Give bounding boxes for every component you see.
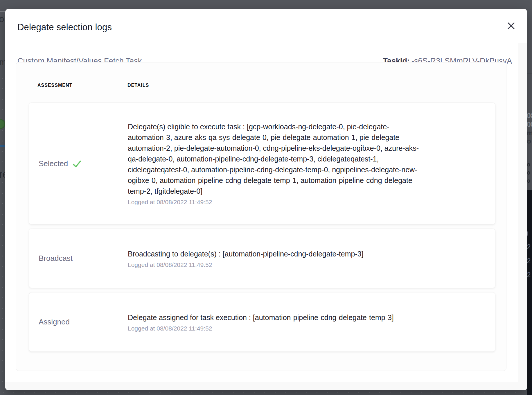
log-message: Broadcasting to delegate(s) : [automatio… xyxy=(128,249,421,259)
assessment-cell: Assigned xyxy=(29,317,128,326)
table-row: Selected Delegate(s) eligible to execute… xyxy=(29,103,495,225)
details-cell: Broadcasting to delegate(s) : [automatio… xyxy=(128,249,495,268)
log-message: Delegate(s) eligible to execute task : [… xyxy=(128,121,421,197)
bg-text-fragment: o xyxy=(527,178,530,184)
bg-text-fragment: o xyxy=(527,170,530,175)
horizontal-scrollbar[interactable] xyxy=(5,382,527,390)
log-timestamp: Logged at 08/08/2022 11:49:52 xyxy=(128,199,468,206)
log-message: Delegate assigned for task execution : [… xyxy=(128,312,421,323)
details-cell: Delegate(s) eligible to execute task : [… xyxy=(128,121,495,206)
bg-text-fragment: o xyxy=(527,161,530,167)
dialog-title: Delegate selection logs xyxy=(17,22,112,33)
bg-divider-line xyxy=(0,11,5,12)
assessment-cell: Selected xyxy=(29,158,128,169)
assessment-label: Broadcast xyxy=(39,254,73,263)
bg-text-fragment: 08 xyxy=(527,121,532,128)
bg-text-fragment: 08 xyxy=(527,112,532,119)
table-row: Assigned Delegate assigned for task exec… xyxy=(29,292,495,352)
vertical-scrollbar[interactable] xyxy=(518,43,527,382)
column-header-details: DETAILS xyxy=(127,83,149,88)
delegate-selection-logs-dialog: Delegate selection logs Custom Manifest/… xyxy=(5,9,527,390)
log-timestamp: Logged at 08/08/2022 11:49:52 xyxy=(128,325,468,332)
bg-text-fragment: 2 xyxy=(527,271,531,278)
bg-console-panel xyxy=(527,190,532,395)
bg-text-fragment: o xyxy=(527,138,531,145)
close-button[interactable] xyxy=(505,20,517,32)
bg-pipeline-node-icon xyxy=(0,119,5,129)
bg-pipeline-connector xyxy=(0,145,5,147)
bg-text-fragment: 2 xyxy=(527,257,531,264)
bg-divider-line xyxy=(527,73,532,74)
assessment-cell: Broadcast xyxy=(29,254,128,263)
bg-text-fragment: m xyxy=(527,130,532,137)
details-cell: Delegate assigned for task execution : [… xyxy=(128,312,495,332)
assessment-label: Assigned xyxy=(39,317,70,326)
check-icon xyxy=(71,158,82,169)
assessment-label: Selected xyxy=(39,159,68,168)
bg-pipeline-dots xyxy=(3,392,526,393)
close-icon xyxy=(506,21,516,31)
bg-text-fragment: 2 xyxy=(527,243,531,250)
column-header-assessment: ASSESSMENT xyxy=(37,83,72,88)
table-row: Broadcast Broadcasting to delegate(s) : … xyxy=(29,229,495,288)
log-timestamp: Logged at 08/08/2022 11:49:52 xyxy=(128,261,468,268)
logs-table-panel: ASSESSMENT DETAILS Selected Delegate(s) … xyxy=(16,62,506,371)
